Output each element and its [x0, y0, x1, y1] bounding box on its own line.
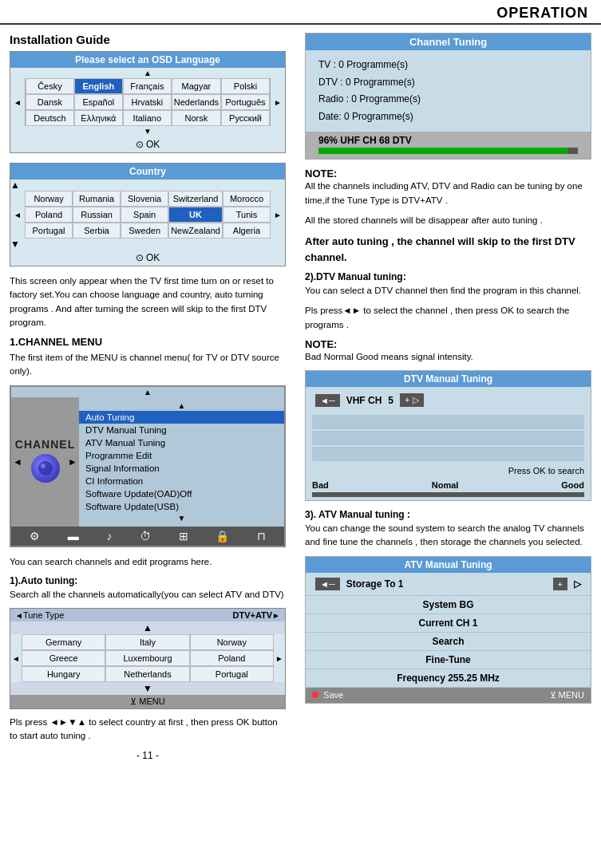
- country-rows-area: ◄ Norway Rumania Slovenia Switzerland Mo…: [10, 191, 285, 239]
- dtv-plus-btn[interactable]: + ▷: [400, 393, 423, 407]
- country-arrow-left[interactable]: ◄: [10, 211, 25, 219]
- tune-netherlands[interactable]: Netherlands: [105, 666, 189, 682]
- lang-russian[interactable]: Русский: [221, 110, 270, 126]
- lang-greek[interactable]: Ελληνικά: [74, 110, 123, 126]
- country-switzerland[interactable]: Switzerland: [168, 191, 223, 207]
- lang-portugues[interactable]: Português: [221, 94, 270, 110]
- folder-icon: ⊓: [257, 530, 266, 542]
- icon-bar: ⚙ ▬ ♪ ⏱ ⊞ 🔒 ⊓: [11, 527, 284, 546]
- atv-minus-btn[interactable]: ◄─: [315, 578, 340, 590]
- country-portugal[interactable]: Portugal: [25, 223, 73, 239]
- atv-frequency-row: Frequency 255.25 MHz: [306, 669, 591, 688]
- atv-plus-btn[interactable]: +: [553, 578, 567, 590]
- lang-dansk[interactable]: Dansk: [26, 94, 74, 110]
- save-dot: [312, 692, 318, 698]
- menu-programme-edit[interactable]: Programme Edit: [79, 449, 284, 462]
- lang-italiano[interactable]: Italiano: [123, 110, 172, 126]
- menu-software-oad[interactable]: Software Update(OAD)Off: [79, 487, 284, 500]
- heading-channel-menu: 1.CHANNEL MENU: [10, 336, 286, 348]
- tune-type-arrow-right[interactable]: ►: [272, 611, 280, 620]
- osd-ok[interactable]: ⊙ OK: [10, 136, 285, 152]
- tune-portugal[interactable]: Portugal: [190, 666, 274, 682]
- lang-espanol[interactable]: Español: [74, 94, 123, 110]
- note1-heading: NOTE:: [305, 168, 591, 180]
- country-morocco[interactable]: Morocco: [223, 191, 271, 207]
- lang-deutsch[interactable]: Deutsch: [26, 110, 74, 126]
- channel-tuning-footer-text: 96% UHF CH 68 DTV: [318, 135, 412, 146]
- dtv-press: Pls press◄► to select the channel , then…: [305, 304, 591, 332]
- page-title: OPERATION: [496, 5, 588, 21]
- country-tunis[interactable]: Tunis: [223, 207, 271, 223]
- atv-arrow-right: ▷: [574, 578, 581, 590]
- lang-hrvatski[interactable]: Hrvatski: [123, 94, 172, 110]
- country-newzealand[interactable]: NewZealand: [168, 223, 223, 239]
- lang-francais[interactable]: Français: [123, 78, 172, 94]
- country-uk[interactable]: UK: [168, 207, 223, 223]
- dtv-progress-bar: [312, 492, 584, 497]
- atv-box-header: ATV Manual Tuning: [306, 557, 591, 573]
- note2-text: All the stored channels will be disappea…: [305, 214, 591, 227]
- dtv-box-header: DTV Manual Tuning: [306, 371, 591, 387]
- lang-polski[interactable]: Polski: [221, 78, 270, 94]
- music-icon: ♪: [106, 530, 112, 542]
- lang-cesky[interactable]: Česky: [26, 78, 74, 94]
- country-russian[interactable]: Russian: [73, 207, 121, 223]
- atv-fine-tune: Fine-Tune: [315, 654, 581, 665]
- tune-country-left[interactable]: ◄: [10, 654, 22, 663]
- menu-nav-up: ▲: [79, 400, 284, 411]
- tune-greece[interactable]: Greece: [22, 650, 105, 666]
- atv-footer: Save ⊻ MENU: [306, 688, 591, 703]
- country-nav-up: ▲: [10, 180, 285, 191]
- tune-country-inner: Germany Italy Norway Greece Luxembourg P…: [22, 634, 274, 682]
- lang-nederlands[interactable]: Nederlands: [172, 94, 221, 110]
- atv-save-label: Save: [323, 690, 343, 700]
- atv-fine-tune-row[interactable]: Fine-Tune: [306, 651, 591, 669]
- atv-menu[interactable]: ⊻ MENU: [550, 690, 584, 700]
- dtv-minus-btn[interactable]: ◄─: [315, 394, 340, 407]
- tune-hungary[interactable]: Hungary: [22, 666, 105, 682]
- lang-norsk[interactable]: Norsk: [172, 110, 221, 126]
- osd-language-box: Please select an OSD Language ▲ ◄ Česky …: [10, 51, 286, 153]
- clock-icon: ⏱: [140, 530, 151, 542]
- tune-poland[interactable]: Poland: [190, 650, 274, 666]
- tune-luxembourg[interactable]: Luxembourg: [105, 650, 189, 666]
- country-arrow-right[interactable]: ►: [271, 211, 285, 219]
- country-poland[interactable]: Poland: [25, 207, 73, 223]
- channel-tuning-header: Channel Tuning: [306, 34, 591, 50]
- menu-dtv-manual[interactable]: DTV Manual Tuning: [79, 424, 284, 436]
- country-ok[interactable]: ⊙ OK: [10, 250, 285, 266]
- osd-nav-up: ▲: [10, 68, 285, 78]
- tune-germany[interactable]: Germany: [22, 634, 105, 650]
- lang-english[interactable]: English: [74, 78, 123, 94]
- country-rumania[interactable]: Rumania: [73, 191, 121, 207]
- menu-ci-info[interactable]: CI Information: [79, 475, 284, 487]
- country-algeria[interactable]: Algeria: [223, 223, 271, 239]
- tv-icon: ▬: [68, 530, 79, 542]
- osd-arrow-right[interactable]: ►: [271, 98, 285, 107]
- note1-section: NOTE: All the channels including ATV, DT…: [305, 168, 591, 207]
- tune-norway[interactable]: Norway: [190, 634, 274, 650]
- country-serbia[interactable]: Serbia: [73, 223, 121, 239]
- menu-auto-tuning[interactable]: Auto Tuning: [79, 411, 284, 424]
- osd-arrow-left[interactable]: ◄: [10, 98, 25, 107]
- menu-signal-info[interactable]: Signal Information: [79, 462, 284, 475]
- tune-country-grid: Germany Italy Norway Greece Luxembourg P…: [22, 634, 274, 682]
- tune-italy[interactable]: Italy: [105, 634, 189, 650]
- country-norway[interactable]: Norway: [25, 191, 73, 207]
- channel-left-arrow[interactable]: ◄: [13, 456, 22, 468]
- menu-software-usb[interactable]: Software Update(USB): [79, 500, 284, 513]
- lang-magyar[interactable]: Magyar: [172, 78, 221, 94]
- country-grid: Norway Rumania Slovenia Switzerland Moro…: [25, 191, 271, 239]
- note1-text: All the channels including ATV, DTV and …: [305, 180, 591, 207]
- atv-save[interactable]: Save: [312, 690, 343, 700]
- tune-type-arrow-left[interactable]: ◄: [15, 611, 23, 620]
- channel-right-arrow[interactable]: ►: [68, 456, 77, 468]
- atv-search-row[interactable]: Search: [306, 633, 591, 651]
- body-text-1: This screen only appear when the TV firs…: [10, 274, 286, 329]
- country-sweden[interactable]: Sweden: [121, 223, 168, 239]
- tune-country-right[interactable]: ►: [274, 654, 285, 663]
- menu-atv-manual[interactable]: ATV Manual Tuning: [79, 436, 284, 449]
- country-slovenia[interactable]: Slovenia: [121, 191, 168, 207]
- atv-system-row: System BG: [306, 596, 591, 614]
- country-spain[interactable]: Spain: [121, 207, 168, 223]
